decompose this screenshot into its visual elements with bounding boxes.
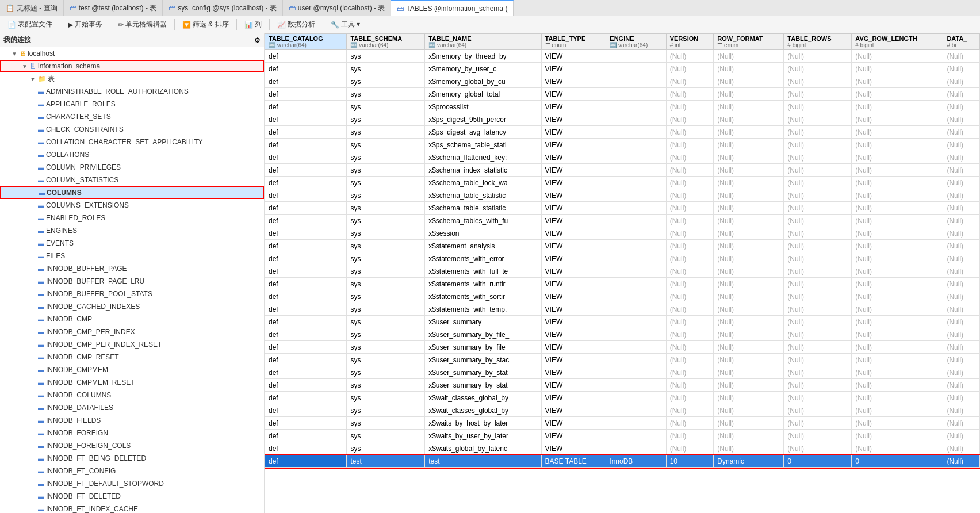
- table-row[interactable]: defsysx$sessionVIEW(Null)(Null)(Null)(Nu…: [265, 227, 980, 240]
- table-cell: (Null): [852, 139, 943, 151]
- sidebar-item-collations[interactable]: ▬ COLLATIONS: [0, 148, 264, 161]
- sidebar-item-applicable_roles[interactable]: ▬ APPLICABLE_ROLES: [0, 98, 264, 110]
- tab-tables-info[interactable]: 🗃 TABLES @information_schema (: [391, 0, 514, 16]
- sidebar-item-engines[interactable]: ▬ ENGINES: [0, 224, 264, 237]
- btn-data-analysis[interactable]: 📈 数据分析: [272, 18, 320, 32]
- sidebar-item-columns[interactable]: ▬ COLUMNS: [0, 186, 264, 199]
- tab-user-mysql[interactable]: 🗃 user @mysql (localhost) - 表: [283, 0, 392, 16]
- sidebar-item-innodb_cmp_per_index_reset[interactable]: ▬ INNODB_CMP_PER_INDEX_RESET: [0, 338, 264, 351]
- sidebar-item-localhost[interactable]: ▼ 🖥 localhost: [0, 47, 264, 60]
- table-row[interactable]: defsysx$ps_schema_table_statiVIEW(Null)(…: [265, 139, 980, 151]
- table-row[interactable]: defsysx$user_summary_by_statVIEW(Null)(N…: [265, 379, 980, 392]
- sidebar-item-collation_character_set_applicability[interactable]: ▬ COLLATION_CHARACTER_SET_APPLICABILITY: [0, 136, 264, 148]
- btn-begin-transaction[interactable]: ▶ 开始事务: [63, 18, 108, 32]
- sidebar-item-column_statistics[interactable]: ▬ COLUMN_STATISTICS: [0, 174, 264, 186]
- th-version[interactable]: VERSION # int: [666, 34, 714, 50]
- tab-sys-config[interactable]: 🗃 sys_config @sys (localhost) - 表: [163, 0, 283, 16]
- table-row[interactable]: defsysx$statements_with_errorVIEW(Null)(…: [265, 252, 980, 265]
- th-engine[interactable]: ENGINE 🔤 varchar(64): [606, 34, 666, 50]
- sidebar-item-innodb_columns[interactable]: ▬ INNODB_COLUMNS: [0, 389, 264, 401]
- sidebar-item-information-schema[interactable]: ▼ 🗄 information_schema: [0, 60, 264, 72]
- sidebar-item-innodb_ft_config[interactable]: ▬ INNODB_FT_CONFIG: [0, 465, 264, 477]
- table-row[interactable]: defsysx$schema_index_statisticVIEW(Null)…: [265, 164, 980, 177]
- table-cell: VIEW: [541, 202, 606, 215]
- table-row[interactable]: defsysx$ps_digest_95th_percerVIEW(Null)(…: [265, 113, 980, 126]
- table-row[interactable]: defsysx$statements_with_runtirVIEW(Null)…: [265, 278, 980, 290]
- sidebar-item-files[interactable]: ▬ FILES: [0, 250, 264, 262]
- sidebar-item-column_privileges[interactable]: ▬ COLUMN_PRIVILEGES: [0, 161, 264, 174]
- table-row[interactable]: defsysx$statements_with_full_teVIEW(Null…: [265, 265, 980, 278]
- th-table-catalog[interactable]: TABLE_CATALOG 🔤 varchar(64): [265, 34, 347, 50]
- sidebar-item-innodb_datafiles[interactable]: ▬ INNODB_DATAFILES: [0, 401, 264, 414]
- sidebar-item-innodb_foreign[interactable]: ▬ INNODB_FOREIGN: [0, 427, 264, 439]
- sidebar-item-check_constraints[interactable]: ▬ CHECK_CONSTRAINTS: [0, 123, 264, 136]
- sidebar-item-innodb_fields[interactable]: ▬ INNODB_FIELDS: [0, 414, 264, 427]
- table-row[interactable]: defsysx$schema_table_lock_waVIEW(Null)(N…: [265, 177, 980, 189]
- table-row[interactable]: defsysx$schema_table_statisticVIEW(Null)…: [265, 189, 980, 202]
- table-row[interactable]: defsysx$ps_digest_avg_latencyVIEW(Null)(…: [265, 126, 980, 139]
- table-row[interactable]: defsysx$wait_classes_global_byVIEW(Null)…: [265, 392, 980, 404]
- table-row[interactable]: defsysx$memory_by_thread_byVIEW(Null)(Nu…: [265, 50, 980, 63]
- th-table-rows[interactable]: TABLE_ROWS # bigint: [784, 34, 852, 50]
- th-table-type[interactable]: TABLE_TYPE ☰ enum: [541, 34, 606, 50]
- th-table-name[interactable]: TABLE_NAME 🔤 varchar(64): [425, 34, 541, 50]
- table-row[interactable]: defsysx$user_summary_by_file_VIEW(Null)(…: [265, 341, 980, 354]
- table-row[interactable]: defsysx$wait_classes_global_byVIEW(Null)…: [265, 404, 980, 417]
- tab-query[interactable]: 📋 无标题 - 查询: [0, 0, 64, 16]
- btn-tools[interactable]: 🔧 工具 ▾: [326, 18, 365, 32]
- sidebar-item-innodb_ft_being_deleted[interactable]: ▬ INNODB_FT_BEING_DELETED: [0, 452, 264, 465]
- btn-filter-sort[interactable]: 🔽 筛选 & 排序: [177, 18, 234, 32]
- table-row[interactable]: defsysx$user_summary_by_file_VIEW(Null)(…: [265, 328, 980, 341]
- sidebar-item-tables-folder[interactable]: ▼ 📁 表: [0, 72, 264, 85]
- filter-label: 筛选 & 排序: [193, 20, 229, 29]
- table-row[interactable]: defsysx$schema_tables_with_fuVIEW(Null)(…: [265, 215, 980, 227]
- table-cell: (Null): [943, 215, 980, 227]
- tab-test-table[interactable]: 🗃 test @test (localhost) - 表: [64, 0, 163, 16]
- table-row[interactable]: defsysx$schema_flattened_key:VIEW(Null)(…: [265, 151, 980, 164]
- sidebar-item-events[interactable]: ▬ EVENTS: [0, 237, 264, 250]
- table-row[interactable]: defsysx$user_summaryVIEW(Null)(Null)(Nul…: [265, 316, 980, 328]
- th-row-format[interactable]: ROW_FORMAT ☰ enum: [714, 34, 784, 50]
- th-table-schema[interactable]: TABLE_SCHEMA 🔤 varchar(64): [347, 34, 425, 50]
- sidebar-item-innodb_foreign_cols[interactable]: ▬ INNODB_FOREIGN_COLS: [0, 439, 264, 452]
- table-cell: (Null): [852, 101, 943, 113]
- btn-table-config[interactable]: 📄 表配置文件: [2, 18, 58, 32]
- table-row[interactable]: defsysx$waits_by_user_by_laterVIEW(Null)…: [265, 430, 980, 442]
- table-row[interactable]: defsysx$processlistVIEW(Null)(Null)(Null…: [265, 101, 980, 113]
- sidebar-item-innodb_buffer_page_lru[interactable]: ▬ INNODB_BUFFER_PAGE_LRU: [0, 275, 264, 288]
- btn-cell-editor[interactable]: ✏ 单元格编辑器: [113, 18, 172, 32]
- data-table-container[interactable]: TABLE_CATALOG 🔤 varchar(64) TABLE_SCHEMA…: [265, 33, 980, 513]
- sidebar-item-innodb_buffer_pool_stats[interactable]: ▬ INNODB_BUFFER_POOL_STATS: [0, 288, 264, 300]
- table-row[interactable]: defsysx$memory_by_user_cVIEW(Null)(Null)…: [265, 63, 980, 75]
- sidebar-item-innodb_buffer_page[interactable]: ▬ INNODB_BUFFER_PAGE: [0, 262, 264, 275]
- table-cell: (Null): [943, 303, 980, 316]
- sidebar-item-innodb_ft_index_cache[interactable]: ▬ INNODB_FT_INDEX_CACHE: [0, 503, 264, 513]
- table-row[interactable]: defsysx$user_summary_by_statVIEW(Null)(N…: [265, 366, 980, 379]
- table-row-selected[interactable]: deftesttestBASE TABLEInnoDB10Dynamic00(N…: [265, 455, 980, 468]
- sidebar-item-enabled_roles[interactable]: ▬ ENABLED_ROLES: [0, 212, 264, 224]
- table-row[interactable]: defsysx$user_summary_by_stacVIEW(Null)(N…: [265, 354, 980, 366]
- btn-columns[interactable]: 📊 列: [239, 18, 267, 32]
- sidebar-item-innodb_cached_indexes[interactable]: ▬ INNODB_CACHED_INDEXES: [0, 300, 264, 313]
- sidebar-item-character_sets[interactable]: ▬ CHARACTER_SETS: [0, 110, 264, 123]
- table-row[interactable]: defsysx$statements_with_sortirVIEW(Null)…: [265, 290, 980, 303]
- sidebar-settings-icon[interactable]: ⚙: [254, 36, 261, 44]
- table-row[interactable]: defsysx$memory_global_totalVIEW(Null)(Nu…: [265, 88, 980, 101]
- sidebar-item-innodb_ft_default_stopword[interactable]: ▬ INNODB_FT_DEFAULT_STOPWORD: [0, 477, 264, 490]
- table-row[interactable]: defsysx$waits_global_by_latencVIEW(Null)…: [265, 442, 980, 455]
- table-row[interactable]: defsysx$memory_global_by_cuVIEW(Null)(Nu…: [265, 75, 980, 88]
- sidebar-item-innodb_ft_deleted[interactable]: ▬ INNODB_FT_DELETED: [0, 490, 264, 503]
- sidebar-item-innodb_cmpmem_reset[interactable]: ▬ INNODB_CMPMEM_RESET: [0, 376, 264, 389]
- sidebar-item-innodb_cmp_per_index[interactable]: ▬ INNODB_CMP_PER_INDEX: [0, 326, 264, 338]
- sidebar-item-innodb_cmpmem[interactable]: ▬ INNODB_CMPMEM: [0, 363, 264, 376]
- table-row[interactable]: defsysx$statements_with_temp.VIEW(Null)(…: [265, 303, 980, 316]
- th-data[interactable]: DATA_ # bi: [943, 34, 980, 50]
- sidebar-item-administrable_role_authorizations[interactable]: ▬ ADMINISTRABLE_ROLE_AUTHORIZATIONS: [0, 85, 264, 98]
- table-row[interactable]: defsysx$waits_by_host_by_laterVIEW(Null)…: [265, 417, 980, 430]
- table-row[interactable]: defsysx$statement_analysisVIEW(Null)(Nul…: [265, 240, 980, 252]
- table-row[interactable]: defsysx$schema_table_statisticVIEW(Null)…: [265, 202, 980, 215]
- th-avg-row-length[interactable]: AVG_ROW_LENGTH # bigint: [852, 34, 943, 50]
- sidebar-item-innodb_cmp[interactable]: ▬ INNODB_CMP: [0, 313, 264, 326]
- sidebar-item-columns_extensions[interactable]: ▬ COLUMNS_EXTENSIONS: [0, 199, 264, 212]
- sidebar-item-innodb_cmp_reset[interactable]: ▬ INNODB_CMP_RESET: [0, 351, 264, 363]
